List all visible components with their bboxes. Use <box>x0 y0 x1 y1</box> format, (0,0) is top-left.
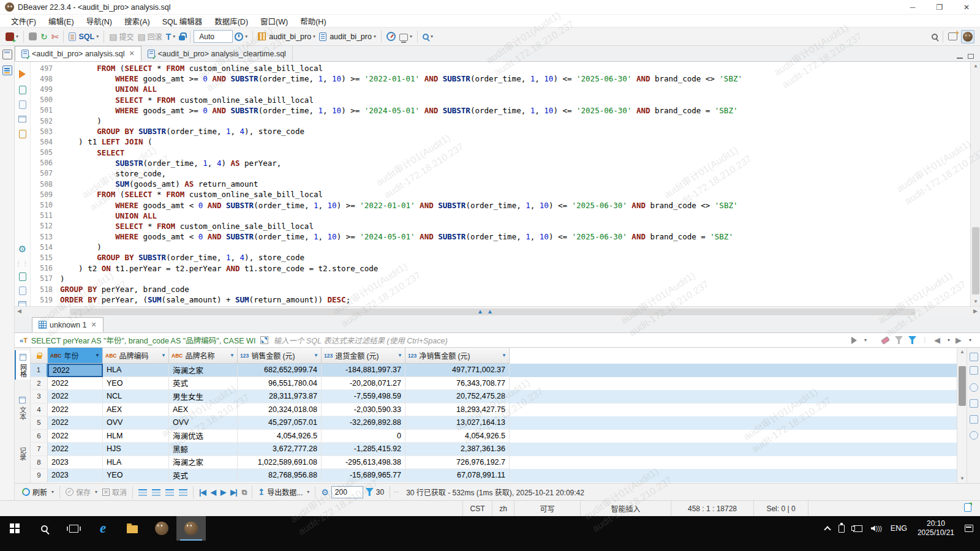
column-filter-arrow-icon[interactable]: ▼ <box>314 353 318 358</box>
menu-help[interactable]: 帮助(H) <box>294 15 332 27</box>
table-cell[interactable]: 2022 <box>48 364 103 377</box>
text-view-tab[interactable]: 文本 <box>15 393 30 422</box>
table-cell[interactable]: 4,054,926.5 <box>238 430 322 443</box>
expand-filter-icon[interactable] <box>260 336 268 344</box>
menu-window[interactable]: 窗口(W) <box>254 15 294 27</box>
tab-close-icon[interactable]: ✕ <box>129 50 135 58</box>
table-cell[interactable]: 76,343,708.77 <box>405 377 510 391</box>
maximize-editor-icon[interactable] <box>968 54 974 59</box>
table-cell[interactable]: 2022 <box>48 443 103 456</box>
table-cell[interactable]: 2022 <box>48 377 103 391</box>
table-cell[interactable]: NCL <box>103 390 169 403</box>
code-line[interactable]: 511 UNION ALL <box>31 211 960 221</box>
table-cell[interactable]: OVV <box>103 416 169 430</box>
code-line[interactable]: 502 ) <box>31 116 960 126</box>
results-tab-close-icon[interactable]: ✕ <box>91 321 96 329</box>
table-cell[interactable]: -15,689,965.77 <box>322 469 405 482</box>
editor-vertical-scrollbar[interactable]: ▲ ▼ <box>970 62 980 306</box>
start-button[interactable] <box>0 516 29 541</box>
table-cell[interactable]: 45,297,057.01 <box>238 416 322 430</box>
refresh-button[interactable]: 刷新▾ <box>20 485 56 499</box>
network-button[interactable]: ▾ <box>398 29 414 44</box>
restore-panel-icon[interactable] <box>2 50 12 59</box>
code-line[interactable]: 501 WHERE goods_amt >= 0 AND SUBSTR(orde… <box>31 105 960 116</box>
prev-page-button[interactable]: ◀ <box>208 488 218 497</box>
tray-usb-button[interactable] <box>834 516 849 541</box>
column-header-5[interactable]: 123退货金额 (元)▼ <box>322 348 405 364</box>
scroll-left-icon[interactable]: ◀ <box>17 308 21 314</box>
code-line[interactable]: 500 SELECT * FROM custom_online_sale_bil… <box>31 95 960 105</box>
delete-row-button[interactable] <box>163 485 176 499</box>
table-cell[interactable]: 20,752,475.28 <box>405 390 510 403</box>
table-cell[interactable]: YEO <box>103 377 169 391</box>
table-cell[interactable]: 2022 <box>48 390 103 403</box>
ie-button[interactable]: e <box>88 516 118 541</box>
quick-search-button[interactable]: ▾ <box>421 29 435 44</box>
code-line[interactable]: 518GROUP BY perYear, brand_code <box>31 284 960 294</box>
table-cell[interactable]: -32,269,892.88 <box>322 416 405 430</box>
table-cell[interactable]: 英式 <box>169 377 238 391</box>
code-line[interactable]: 497 FROM (SELECT * FROM custom_online_sa… <box>31 63 960 73</box>
table-cell[interactable]: 3,672,777.28 <box>238 443 322 456</box>
rollback-button[interactable]: ▤回滚 <box>135 29 164 44</box>
metadata-panel-icon[interactable] <box>970 431 978 440</box>
table-cell[interactable]: 28,311,973.87 <box>238 390 322 403</box>
code-line[interactable]: 505 SELECT <box>31 148 960 158</box>
tray-volume-button[interactable]: ))) <box>867 516 886 541</box>
table-cell[interactable]: -2,030,590.33 <box>322 403 405 417</box>
table-cell[interactable]: 726,976,192.7 <box>405 456 510 470</box>
code-line[interactable]: 519ORDER BY perYear, (SUM(sale_amount) +… <box>31 294 960 305</box>
code-line[interactable]: 509 FROM (SELECT * FROM custom_online_sa… <box>31 189 960 200</box>
cancel-button[interactable]: ✕取消 <box>100 485 129 499</box>
table-cell[interactable]: AEX <box>103 403 169 417</box>
row-number[interactable]: 3 <box>31 390 48 403</box>
row-number[interactable]: 7 <box>31 443 48 456</box>
task-indicator[interactable] <box>964 503 980 514</box>
table-cell[interactable]: 0 <box>322 430 405 443</box>
table-cell[interactable]: OVV <box>169 416 238 430</box>
column-filter-arrow-icon[interactable]: ▼ <box>398 353 402 358</box>
code-line[interactable]: 503 GROUP BY SUBSTR(order_time, 1, 4), s… <box>31 126 960 137</box>
table-row[interactable]: 62022HLM海澜优选4,054,926.504,054,926.5 <box>31 430 957 443</box>
dbeaver-taskbar-button-1[interactable] <box>147 516 176 541</box>
filter-input[interactable]: 输入一个 SQL 表达式来过滤结果 (使用 Ctrl+Space) <box>273 334 851 346</box>
filter-history-arrow-icon[interactable]: ▾ <box>864 337 867 343</box>
column-filter-arrow-icon[interactable]: ▼ <box>230 353 235 358</box>
table-cell[interactable]: 497,771,002.37 <box>405 364 510 377</box>
code-line[interactable]: 516 ) t2 ON t1.perYear = t2.perYear AND … <box>31 263 960 274</box>
table-cell[interactable]: 英式 <box>169 469 238 482</box>
column-header-4[interactable]: 123销售金额 (元)▼ <box>238 348 322 364</box>
tx-history-button[interactable]: ▾ <box>233 29 249 44</box>
table-row[interactable]: 32022NCL男生女生28,311,973.87-7,559,498.5920… <box>31 390 957 403</box>
table-cell[interactable]: 20,324,018.08 <box>238 403 322 417</box>
table-cell[interactable]: 18,293,427.75 <box>405 403 510 417</box>
taskbar-clock[interactable]: 20:102025/10/21 <box>911 519 960 538</box>
minimize-button[interactable]: ─ <box>899 0 926 15</box>
clear-filter-icon[interactable] <box>881 335 890 344</box>
timezone-indicator[interactable]: CST <box>462 501 492 516</box>
table-cell[interactable]: 海澜优选 <box>169 430 238 443</box>
task-view-button[interactable] <box>59 516 88 541</box>
menu-edit[interactable]: 编辑(E) <box>42 15 80 27</box>
duplicate-row-button[interactable] <box>149 485 163 499</box>
apply-filter-icon[interactable] <box>851 337 857 344</box>
table-cell[interactable]: 男生女生 <box>169 390 238 403</box>
file-explorer-button[interactable] <box>118 516 147 541</box>
scroll-down-icon[interactable]: ▼ <box>971 298 980 306</box>
nav-back-icon[interactable]: ◀ <box>934 335 940 345</box>
table-row[interactable]: 92023YEO英式82,768,956.88-15,689,965.7767,… <box>31 469 957 482</box>
table-row[interactable]: 52022OVVOVV45,297,057.01-32,269,892.8813… <box>31 416 957 430</box>
next-page-button[interactable]: ▶ <box>218 488 228 497</box>
scroll-up-icon[interactable]: ▲ <box>957 348 967 356</box>
info-panel-icon[interactable] <box>970 383 978 392</box>
code-line[interactable]: 514 ) <box>31 242 960 252</box>
table-row[interactable]: 42022AEXAEX20,324,018.08-2,030,590.3318,… <box>31 403 957 417</box>
close-button[interactable]: ✕ <box>953 0 980 15</box>
menu-navigate[interactable]: 导航(N) <box>80 15 118 27</box>
language-indicator[interactable]: zh <box>492 501 514 516</box>
results-tab-unknown1[interactable]: unknown 1 ✕ <box>32 317 104 332</box>
connect-button[interactable] <box>27 29 39 44</box>
row-number[interactable]: 8 <box>31 456 48 470</box>
code-line[interactable]: 517) <box>31 274 960 284</box>
table-cell[interactable]: -7,559,498.59 <box>322 390 405 403</box>
